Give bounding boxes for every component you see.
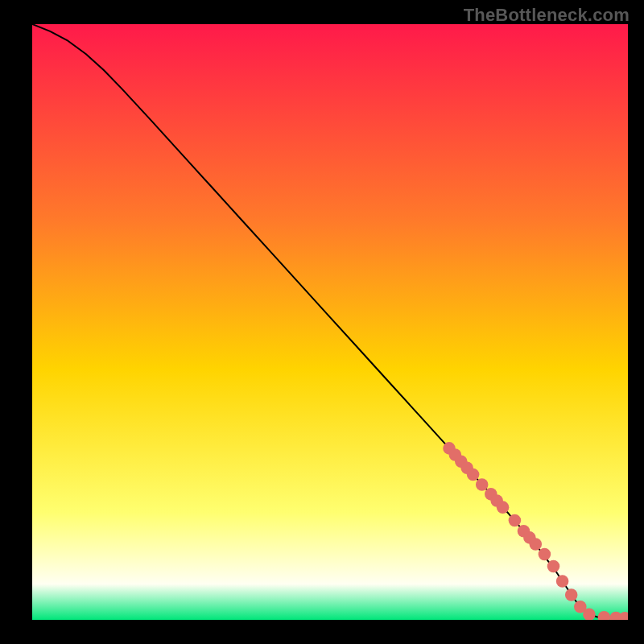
data-marker xyxy=(565,588,578,601)
data-marker xyxy=(556,575,569,588)
data-marker xyxy=(547,560,560,573)
gradient-plot xyxy=(32,24,628,620)
data-marker xyxy=(530,538,543,551)
watermark-label: TheBottleneck.com xyxy=(464,5,630,26)
chart-frame: TheBottleneck.com xyxy=(0,0,644,644)
data-marker xyxy=(467,469,480,481)
data-marker xyxy=(497,501,510,514)
data-marker xyxy=(509,514,522,527)
data-marker xyxy=(539,548,551,561)
data-marker xyxy=(476,478,489,491)
gradient-background xyxy=(32,24,628,620)
